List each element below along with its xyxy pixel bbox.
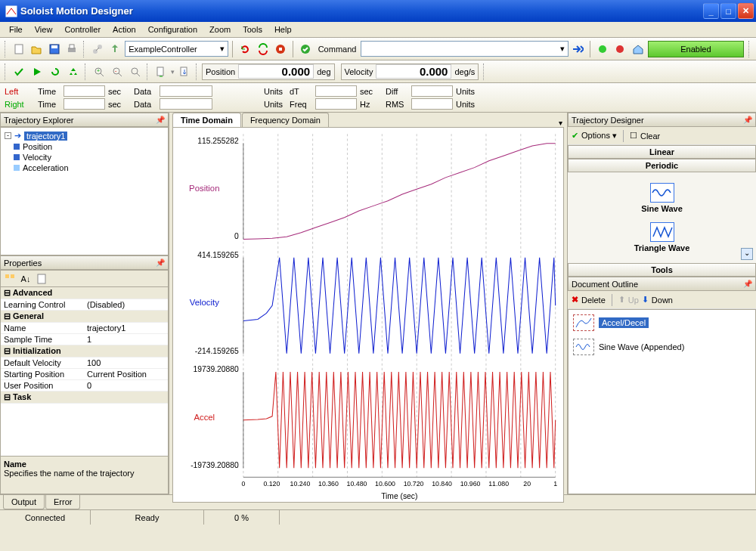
upload-icon[interactable] [107,41,124,57]
tab-time-domain[interactable]: Time Domain [172,113,241,127]
window-title: Soloist Motion Designer [20,5,703,17]
prop-category[interactable]: ⊟ General [1,311,168,323]
reload-icon[interactable] [47,63,64,80]
check-icon[interactable] [11,63,27,80]
export-icon[interactable] [153,63,169,80]
status-green-icon[interactable] [594,41,611,57]
menu-zoom[interactable]: Zoom [203,23,237,36]
svg-text:11.080: 11.080 [488,480,509,488]
chart-area[interactable]: 115.2552820Position414.159265-214.159265… [172,127,564,503]
dt-label: dT [290,87,312,96]
dt-input[interactable] [315,85,357,97]
prop-category[interactable]: ⊟ Task [1,392,168,404]
tools-section[interactable]: Tools [568,263,756,277]
alphabetical-icon[interactable]: A↓ [19,272,33,286]
pin-icon-2[interactable]: 📌 [156,258,165,267]
close-button[interactable]: ✕ [738,3,754,19]
check-circle-icon[interactable] [297,41,314,57]
up-button[interactable]: Up [628,296,639,305]
velocity-label: Velocity [345,67,373,76]
right-time-input[interactable] [64,98,105,110]
minimize-button[interactable]: _ [703,3,719,19]
periodic-section[interactable]: Periodic [568,159,756,172]
trajectory-tree[interactable]: - ➔ trajectory1 Position Velocity Accele… [0,127,169,255]
left-data-input[interactable] [160,85,212,97]
prop-category[interactable]: ⊟ Advanced [1,287,168,299]
svg-rect-26 [38,274,45,283]
linear-section[interactable]: Linear [568,145,756,159]
menu-help[interactable]: Help [268,23,298,36]
tab-dropdown-icon[interactable]: ▾ [554,119,567,127]
stop-circle-icon[interactable] [273,41,290,57]
freq-input[interactable] [315,98,357,110]
right-data-input[interactable] [160,98,212,110]
prop-row[interactable]: Starting PositionCurrent Position [1,369,168,380]
refresh-icon[interactable] [237,41,253,57]
tree-root[interactable]: - ➔ trajectory1 [3,130,166,141]
prop-category[interactable]: ⊟ Initialization [1,345,168,358]
controller-combo[interactable]: ExampleController▾ [125,41,228,57]
tree-item-position[interactable]: Position [3,141,166,152]
tree-item-acceleration[interactable]: Acceleration [3,163,166,173]
maximize-button[interactable]: □ [720,3,736,19]
prop-row[interactable]: Nametrajectory1 [1,323,168,334]
open-file-icon[interactable] [29,41,45,57]
prop-row[interactable]: Sample Time1 [1,334,168,345]
rms-input[interactable] [411,98,453,110]
zoom-in-icon[interactable]: + [91,63,107,80]
props-page-icon[interactable] [35,272,48,286]
sec-label-l: sec [108,87,131,96]
run-arrow-icon[interactable] [570,41,587,57]
menu-controller[interactable]: Controller [58,23,107,36]
tree-item-velocity[interactable]: Velocity [3,152,166,163]
sine-wave-option[interactable]: Sine Wave [641,183,683,213]
menu-view[interactable]: View [29,23,59,36]
triangle-wave-option[interactable]: Triangle Wave [634,222,690,252]
tab-error[interactable]: Error [45,495,80,509]
diff-input[interactable] [411,85,453,97]
tab-frequency-domain[interactable]: Frequency Domain [242,113,329,127]
clear-button[interactable]: Clear [640,132,660,141]
connect-icon[interactable] [89,41,106,57]
prop-row[interactable]: Default Velocity100 [1,358,168,369]
status-red-icon[interactable] [612,41,629,57]
save-icon[interactable] [46,41,63,57]
left-time-input[interactable] [64,85,105,97]
expand-icon[interactable]: ⌄ [741,248,753,260]
prop-row[interactable]: Learning Control(Disabled) [1,299,168,311]
pin-icon[interactable]: 📌 [156,116,165,124]
recycle-icon[interactable] [65,63,82,80]
properties-grid: A↓ ⊟ AdvancedLearning Control(Disabled)⊟… [0,270,169,494]
zoom-fit-icon[interactable] [127,63,144,80]
outline-item-accel[interactable]: Accel/Decel [572,313,752,333]
pin-icon-3[interactable]: 📌 [743,116,752,124]
zoom-out-icon[interactable]: - [109,63,125,80]
menu-action[interactable]: Action [107,23,142,36]
categorized-icon[interactable] [3,272,17,286]
options-dropdown[interactable]: Options ▾ [581,131,617,141]
enabled-button[interactable]: Enabled [648,41,744,57]
menu-file[interactable]: File [3,23,29,36]
units-label-4: Units [456,100,479,109]
command-combo[interactable]: ▾ [361,41,568,57]
delete-button[interactable]: Delete [581,296,606,305]
outline-item-sine[interactable]: Sine Wave (Appended) [572,337,752,357]
print-icon[interactable] [64,41,81,57]
down-button[interactable]: Down [652,296,673,305]
menu-configuration[interactable]: Configuration [142,23,203,36]
svg-text:19739.20880: 19739.20880 [194,365,239,373]
position-label: Position [206,67,235,76]
home-icon[interactable] [630,41,646,57]
import-icon[interactable] [176,63,193,80]
sync-icon[interactable] [255,41,271,57]
new-file-icon[interactable] [11,41,27,57]
prop-row[interactable]: User Position0 [1,380,168,392]
toolbar-main: ExampleController▾ Command ▾ Enabled [0,38,756,60]
tab-output[interactable]: Output [3,495,45,509]
menu-tools[interactable]: Tools [237,23,268,36]
pin-icon-4[interactable]: 📌 [743,280,752,288]
svg-text:10.360: 10.360 [318,480,339,488]
data-label-r: Data [134,100,156,109]
play-icon[interactable] [29,63,45,80]
freq-label: Freq [290,100,312,109]
